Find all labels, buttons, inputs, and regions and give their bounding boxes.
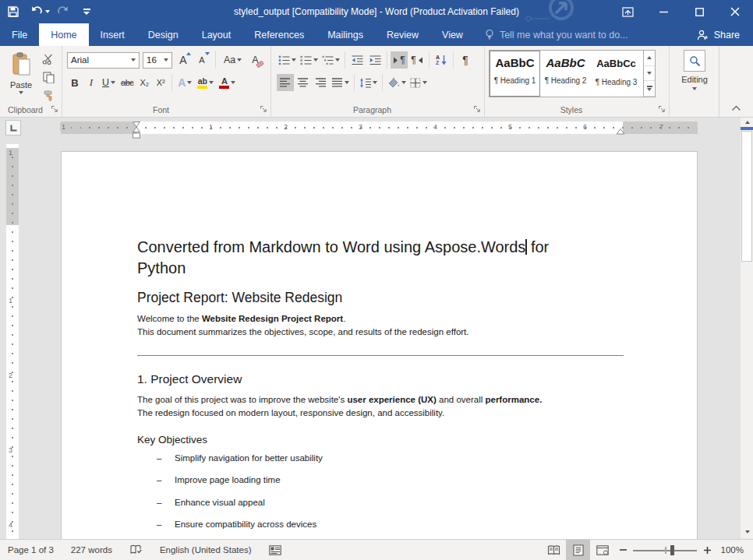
minimize-button[interactable] (645, 0, 681, 23)
decrease-indent-button[interactable] (348, 51, 366, 69)
close-button[interactable] (717, 0, 753, 23)
zoom-slider[interactable] (631, 540, 698, 560)
styles-more-icon[interactable] (644, 81, 655, 97)
superscript-button[interactable]: X² (153, 74, 168, 91)
zoom-percentage[interactable]: 100% (716, 545, 753, 555)
style-heading-3[interactable]: AaBbCc ¶ Heading 3 (591, 51, 642, 97)
document-page[interactable]: Converted from Markdown to Word using As… (61, 151, 698, 539)
shading-button[interactable] (386, 74, 408, 91)
font-size-combo[interactable]: 16 (143, 52, 172, 69)
highlight-caret[interactable] (209, 81, 214, 84)
tab-insert[interactable]: Insert (89, 23, 136, 46)
underline-button[interactable]: U (100, 74, 118, 91)
tab-design[interactable]: Design (136, 23, 190, 46)
undo-dropdown-caret[interactable] (45, 10, 50, 13)
maximize-button[interactable] (681, 0, 717, 23)
editing-button[interactable]: Editing (670, 50, 719, 90)
multilevel-caret[interactable] (335, 58, 340, 62)
font-family-combo[interactable]: Arial (67, 52, 140, 69)
tab-review[interactable]: Review (375, 23, 430, 46)
right-indent-marker[interactable] (616, 129, 625, 135)
word-count[interactable]: 227 words (71, 545, 112, 555)
font-color-button[interactable]: A (217, 74, 238, 91)
share-button[interactable]: Share (684, 23, 753, 46)
underline-caret[interactable] (111, 81, 115, 84)
text-effects-button[interactable]: A (175, 74, 194, 91)
subscript-button[interactable]: X₂ (136, 74, 152, 91)
collapse-ribbon-icon[interactable] (731, 105, 741, 111)
styles-scroll-up-icon[interactable] (644, 51, 655, 66)
vertical-scrollbar[interactable] (740, 118, 753, 539)
tab-view[interactable]: View (430, 23, 475, 46)
find-search-box[interactable] (684, 50, 705, 72)
scrollbar-thumb[interactable] (741, 131, 752, 262)
align-center-button[interactable] (295, 74, 312, 91)
align-left-button[interactable] (277, 74, 294, 91)
shading-caret[interactable] (401, 81, 406, 84)
language-indicator[interactable]: English (United States) (160, 545, 252, 555)
change-case-button[interactable]: Aa (221, 51, 244, 69)
scroll-down-icon[interactable] (741, 526, 753, 538)
paste-button[interactable]: Paste (4, 50, 38, 104)
tab-file[interactable]: File (0, 23, 39, 46)
separator (382, 74, 383, 91)
numbering-button[interactable] (299, 51, 320, 69)
zoom-out-button[interactable] (614, 540, 631, 560)
align-right-button[interactable] (313, 74, 330, 91)
justify-button[interactable] (331, 74, 351, 91)
shrink-font-button[interactable]: A (194, 51, 210, 69)
styles-scroll-down-icon[interactable] (644, 66, 655, 82)
line-spacing-caret[interactable] (373, 81, 377, 84)
font-color-caret[interactable] (231, 81, 235, 84)
line-spacing-button[interactable] (358, 74, 379, 91)
numbering-caret[interactable] (313, 58, 318, 62)
borders-button[interactable] (408, 74, 429, 91)
sort-button[interactable]: AZ (433, 51, 450, 69)
format-painter-icon[interactable] (41, 90, 56, 103)
multilevel-list-button[interactable] (320, 51, 341, 69)
bullets-button[interactable] (277, 51, 298, 69)
tab-references[interactable]: References (242, 23, 316, 46)
macro-panel-icon[interactable] (269, 545, 281, 555)
tab-stop-selector[interactable] (5, 120, 21, 136)
show-paragraph-marks-button[interactable]: ¶ (457, 51, 474, 69)
proofing-status-icon[interactable] (129, 544, 143, 555)
read-mode-icon[interactable] (542, 540, 566, 560)
zoom-slider-thumb[interactable] (670, 545, 674, 555)
paste-dropdown-caret[interactable] (19, 91, 23, 94)
zoom-in-button[interactable] (698, 540, 716, 560)
text-highlight-button[interactable]: ab (195, 74, 216, 91)
cut-icon[interactable] (41, 52, 56, 65)
borders-caret[interactable] (422, 81, 427, 84)
paragraph-dialog-launcher-icon[interactable] (473, 105, 481, 113)
bullets-caret[interactable] (292, 58, 296, 62)
tab-mailings[interactable]: Mailings (316, 23, 375, 46)
indent-markers[interactable] (132, 122, 141, 140)
styles-dialog-launcher-icon[interactable] (658, 105, 666, 113)
style-heading-2[interactable]: AaBbC ¶ Heading 2 (540, 51, 591, 97)
save-icon[interactable] (0, 0, 27, 23)
clipboard-dialog-launcher-icon[interactable] (51, 105, 58, 113)
customize-quick-access-icon[interactable] (73, 0, 100, 23)
style-heading-1[interactable]: AaBbC ¶ Heading 1 (490, 51, 540, 97)
web-layout-icon[interactable] (590, 540, 614, 560)
increase-indent-button[interactable] (366, 51, 384, 69)
scroll-up-icon[interactable] (741, 118, 753, 130)
grow-font-button[interactable]: A (175, 51, 191, 69)
bold-button[interactable]: B (67, 74, 83, 91)
tab-layout[interactable]: Layout (190, 23, 243, 46)
right-to-left-button[interactable]: ¶ (408, 51, 426, 69)
tab-home[interactable]: Home (39, 23, 88, 46)
italic-button[interactable]: I (83, 74, 99, 91)
strikethrough-button[interactable]: abc (118, 74, 136, 91)
copy-icon[interactable] (41, 71, 56, 84)
page-indicator[interactable]: Page 1 of 3 (8, 545, 54, 555)
tell-me-box[interactable]: Tell me what you want to do... (485, 23, 628, 46)
undo-button[interactable] (27, 0, 53, 23)
clear-formatting-button[interactable]: A (247, 51, 263, 69)
print-layout-icon[interactable] (566, 540, 590, 560)
left-to-right-button[interactable]: ¶ (391, 51, 408, 69)
font-dialog-launcher-icon[interactable] (260, 105, 267, 113)
justify-caret[interactable] (345, 81, 349, 84)
ribbon-display-options-icon[interactable] (610, 0, 645, 23)
